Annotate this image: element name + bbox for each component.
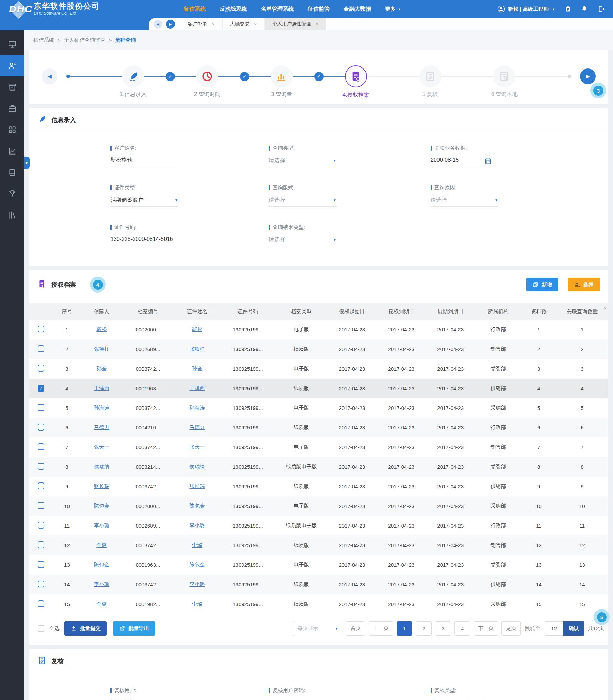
date-field[interactable]: 2000-08-15 xyxy=(431,156,492,166)
nav-item[interactable]: 更多▼ xyxy=(385,6,401,13)
nav-item[interactable]: 名单管理系统 xyxy=(261,6,294,13)
prev-page-button[interactable]: 上一页 xyxy=(369,621,393,636)
cert-name-link[interactable]: 王泽西 xyxy=(189,385,205,391)
row-checkbox[interactable] xyxy=(38,522,44,529)
row-checkbox[interactable] xyxy=(38,561,44,568)
cert-name-link[interactable]: 李小璐 xyxy=(189,581,205,587)
cert-name-link[interactable]: 李璐 xyxy=(192,601,202,607)
sidebar-expand-handle[interactable]: ▶ xyxy=(24,157,30,169)
logout-icon[interactable] xyxy=(597,5,605,13)
user-menu[interactable]: 靳松 | 高级工程师 ▼ xyxy=(497,5,555,13)
row-checkbox[interactable] xyxy=(38,600,44,607)
cert-name-link[interactable]: 张长瑞 xyxy=(189,483,205,489)
stepper-next-button[interactable]: ▶ xyxy=(580,68,596,84)
last-page-button[interactable]: 尾页 xyxy=(501,621,521,636)
cert-name-link[interactable]: 靳松 xyxy=(192,326,202,332)
creator-link[interactable]: 张项样 xyxy=(94,346,109,352)
nav-item[interactable]: 征信系统 xyxy=(184,6,206,13)
creator-link[interactable]: 李小璐 xyxy=(94,522,109,528)
row-checkbox[interactable] xyxy=(38,365,44,372)
table-close-icon[interactable]: × xyxy=(604,305,607,311)
row-checkbox[interactable]: ✓ xyxy=(38,385,44,392)
tab-item[interactable]: 客户补录× xyxy=(180,18,223,30)
add-button[interactable]: 新增 xyxy=(526,278,558,291)
select-button[interactable]: 选择 xyxy=(568,278,600,291)
sidebar-item-book[interactable] xyxy=(0,162,24,183)
stepper-step-3[interactable]: 3.查询量 xyxy=(271,65,293,87)
next-page-button[interactable]: 下一页 xyxy=(474,621,498,636)
stepper-step-4[interactable]: 4.授权档案 xyxy=(345,65,367,87)
form-select[interactable]: 请选择▼ xyxy=(269,196,337,207)
jump-page-input[interactable] xyxy=(545,621,563,636)
tab-close-icon[interactable]: × xyxy=(316,22,318,27)
cert-name-link[interactable]: 马德力 xyxy=(189,424,205,430)
creator-link[interactable]: 孙全 xyxy=(96,365,107,371)
cert-name-link[interactable]: 侯瑞纳 xyxy=(189,464,205,469)
stepper-step-2[interactable]: 2.查询时间 xyxy=(196,65,218,87)
row-checkbox[interactable] xyxy=(38,502,44,509)
stepper-step-5[interactable]: 5.复核 xyxy=(419,65,441,87)
batch-submit-button[interactable]: 批量提交 xyxy=(64,621,107,636)
form-select[interactable]: 请选择▼ xyxy=(431,196,499,207)
stepper-prev-button[interactable]: ◀ xyxy=(42,68,57,84)
form-select[interactable]: 请选择▼ xyxy=(269,235,337,246)
sidebar-item-user-manage[interactable] xyxy=(0,55,24,76)
creator-link[interactable]: 李璐 xyxy=(96,542,107,548)
review-password-input[interactable] xyxy=(269,699,338,700)
page-button-3[interactable]: 3 xyxy=(435,621,451,636)
sidebar-item-archive-box[interactable] xyxy=(0,76,24,98)
tab-close-icon[interactable]: × xyxy=(254,22,257,27)
nav-item[interactable]: 反洗钱系统 xyxy=(220,6,247,13)
creator-link[interactable]: 陈包金 xyxy=(94,503,109,509)
row-checkbox[interactable] xyxy=(38,581,44,587)
row-checkbox[interactable] xyxy=(38,482,44,489)
creator-link[interactable]: 陈包金 xyxy=(94,562,109,568)
row-checkbox[interactable] xyxy=(38,424,44,431)
creator-link[interactable]: 张长瑞 xyxy=(94,483,109,489)
row-checkbox[interactable] xyxy=(38,326,44,332)
per-page-select[interactable]: 每页显示▼ xyxy=(293,621,342,636)
row-checkbox[interactable] xyxy=(38,541,44,548)
form-select[interactable]: 活期储蓄账户▼ xyxy=(110,196,179,207)
tab-close-icon[interactable]: × xyxy=(212,22,215,27)
stepper-step-6[interactable]: 6.查询本地 xyxy=(493,65,515,87)
creator-link[interactable]: 靳松 xyxy=(96,326,107,332)
page-button-4[interactable]: 4 xyxy=(454,621,470,636)
creator-link[interactable]: 李璐 xyxy=(96,601,107,607)
tabs-scroll-left-icon[interactable]: ◀ xyxy=(154,20,162,29)
page-button-2[interactable]: 2 xyxy=(416,621,432,636)
cert-name-link[interactable]: 孙全 xyxy=(192,365,202,371)
sidebar-item-library[interactable] xyxy=(0,204,24,226)
cert-name-link[interactable]: 张项样 xyxy=(189,346,205,352)
stepper-step-1[interactable]: 1.信息录入 xyxy=(122,65,144,87)
jump-confirm-button[interactable]: 确认 xyxy=(563,621,584,636)
creator-link[interactable]: 王泽西 xyxy=(94,385,109,391)
sidebar-item-analytics[interactable] xyxy=(0,140,24,162)
sidebar-item-apps[interactable] xyxy=(0,119,24,140)
breadcrumb-part[interactable]: 个人征信查询监管 xyxy=(64,37,105,43)
page-button-1[interactable]: 1 xyxy=(397,621,412,636)
row-checkbox[interactable] xyxy=(38,345,44,352)
select-all-checkbox[interactable] xyxy=(38,625,44,632)
tab-active[interactable]: 个人用户属性管理× xyxy=(265,18,326,30)
sidebar-item-desktop[interactable] xyxy=(0,34,24,55)
form-input[interactable] xyxy=(110,156,179,166)
nav-item[interactable]: 金融大数据 xyxy=(344,6,371,13)
cert-name-link[interactable]: 李小璐 xyxy=(189,522,205,528)
clipboard-icon[interactable] xyxy=(564,5,572,13)
creator-link[interactable]: 张天一 xyxy=(94,444,109,450)
breadcrumb-part[interactable]: 征信系统 xyxy=(33,37,54,43)
cert-name-link[interactable]: 孙海涛 xyxy=(189,405,205,411)
tab-item[interactable]: 大额交易× xyxy=(223,18,265,30)
creator-link[interactable]: 侯瑞纳 xyxy=(94,464,109,469)
cert-name-link[interactable]: 李璐 xyxy=(192,542,202,548)
form-select[interactable]: 请选择▼ xyxy=(269,156,337,167)
creator-link[interactable]: 马德力 xyxy=(94,424,109,430)
row-checkbox[interactable] xyxy=(38,463,44,470)
sidebar-item-briefcase[interactable] xyxy=(0,98,24,119)
review-user-input[interactable] xyxy=(110,699,179,700)
first-page-button[interactable]: 首页 xyxy=(346,621,365,636)
creator-link[interactable]: 孙海涛 xyxy=(94,405,109,411)
batch-export-button[interactable]: 批量导出 xyxy=(113,621,155,636)
form-input[interactable] xyxy=(110,235,199,245)
